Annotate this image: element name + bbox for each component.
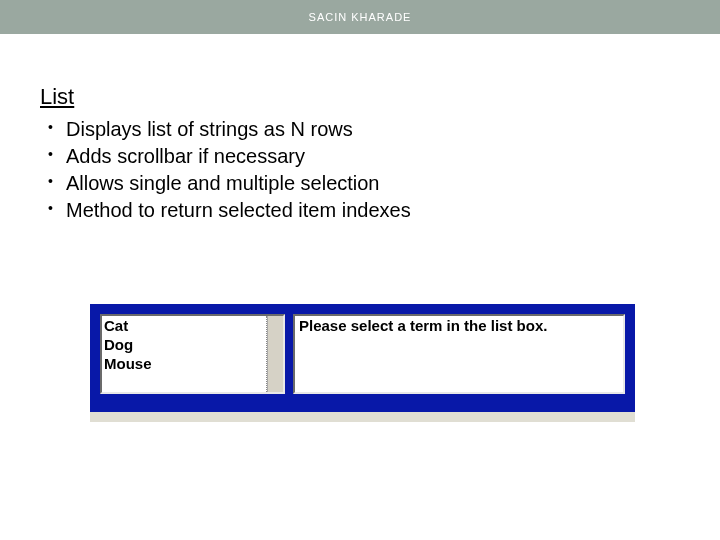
bullet-item: Method to return selected item indexes xyxy=(66,197,680,224)
list-item[interactable]: Mouse xyxy=(104,355,281,374)
panel-bottom-strip xyxy=(90,412,635,422)
bullet-item: Allows single and multiple selection xyxy=(66,170,680,197)
header-bar: SACIN KHARADE xyxy=(0,0,720,34)
list-box[interactable]: Cat Dog Mouse xyxy=(100,314,285,394)
list-items-container: Cat Dog Mouse xyxy=(102,316,283,374)
applet-panel: Cat Dog Mouse Please select a term in th… xyxy=(90,304,635,414)
slide-content: List Displays list of strings as N rows … xyxy=(0,34,720,422)
slide-heading: List xyxy=(40,84,680,110)
bullet-list: Displays list of strings as N rows Adds … xyxy=(40,116,680,224)
bullet-item: Displays list of strings as N rows xyxy=(66,116,680,143)
example-widget: Cat Dog Mouse Please select a term in th… xyxy=(90,304,680,422)
list-item[interactable]: Cat xyxy=(104,317,281,336)
bullet-item: Adds scrollbar if necessary xyxy=(66,143,680,170)
message-box: Please select a term in the list box. xyxy=(293,314,625,394)
message-text: Please select a term in the list box. xyxy=(299,317,547,334)
header-author: SACIN KHARADE xyxy=(309,11,412,23)
scrollbar[interactable] xyxy=(267,316,283,392)
list-item[interactable]: Dog xyxy=(104,336,281,355)
